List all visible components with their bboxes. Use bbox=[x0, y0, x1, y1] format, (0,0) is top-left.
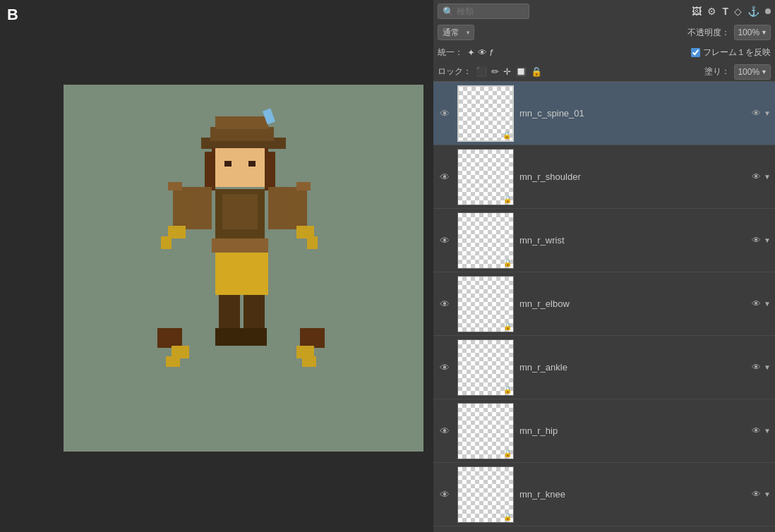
unify-icon2[interactable]: 👁 bbox=[478, 47, 487, 58]
layer-option-eye[interactable]: 👁 bbox=[752, 298, 761, 309]
layer-lock-icon: 🔒 bbox=[503, 131, 511, 139]
svg-rect-33 bbox=[302, 356, 316, 367]
blend-mode-wrapper: 通常 bbox=[438, 25, 474, 40]
opacity-label: 不透明度： bbox=[687, 27, 730, 39]
layer-option-chevron[interactable]: ▼ bbox=[764, 490, 771, 498]
right-panel: 🔍 🖼 ⚙ T ◇ ⚓ 通常 不透明度： 100% ▼ 統一： ✦ 👁 bbox=[433, 0, 775, 532]
fill-label: 塗り： bbox=[704, 66, 730, 78]
layer-name: mn_r_elbow bbox=[519, 298, 746, 309]
layer-options: 👁 ▼ bbox=[752, 298, 771, 309]
svg-rect-31 bbox=[300, 328, 325, 348]
layer-name: mn_r_hip bbox=[519, 425, 746, 436]
unify-label: 統一： bbox=[438, 47, 463, 59]
layer-option-eye[interactable]: 👁 bbox=[752, 489, 761, 500]
layer-row[interactable]: 👁 🔒 mn_r_hip 👁 ▼ bbox=[433, 399, 775, 463]
lock-icon4[interactable]: 🔲 bbox=[515, 66, 527, 77]
unify-icon3[interactable]: f bbox=[490, 47, 493, 58]
layer-option-eye[interactable]: 👁 bbox=[752, 108, 761, 119]
layer-option-eye[interactable]: 👁 bbox=[752, 425, 761, 436]
layer-options: 👁 ▼ bbox=[752, 171, 771, 182]
layer-row[interactable]: 👁 🔒 mn_r_elbow 👁 ▼ bbox=[433, 272, 775, 336]
frame-checkbox[interactable] bbox=[691, 48, 700, 57]
layer-row[interactable]: 👁 🔒 mn_r_knee 👁 ▼ bbox=[433, 463, 775, 526]
layer-options: 👁 ▼ bbox=[752, 489, 771, 500]
svg-rect-27 bbox=[307, 236, 318, 249]
search-box[interactable]: 🔍 bbox=[438, 4, 529, 19]
svg-rect-25 bbox=[161, 236, 172, 249]
left-panel: B bbox=[0, 0, 433, 532]
layer-lock-icon: 🔒 bbox=[503, 322, 512, 330]
toolbar-row1: 🔍 🖼 ⚙ T ◇ ⚓ bbox=[433, 0, 775, 23]
svg-rect-23 bbox=[289, 194, 304, 229]
lock-icon2[interactable]: ✏ bbox=[491, 66, 499, 77]
layer-visibility-icon[interactable]: 👁 bbox=[438, 298, 452, 310]
svg-rect-19 bbox=[244, 295, 265, 330]
fill-input-wrapper: 100% ▼ bbox=[734, 64, 771, 80]
svg-rect-6 bbox=[265, 152, 275, 191]
opacity-chevron: ▼ bbox=[761, 29, 767, 36]
search-input[interactable] bbox=[457, 6, 520, 16]
layer-lock-icon: 🔒 bbox=[503, 513, 512, 521]
lock-label: ロック： bbox=[438, 66, 471, 78]
layer-row[interactable]: 👁 🔒 mn_c_spine_01 👁 ▼ bbox=[433, 82, 775, 145]
unify-icon1[interactable]: ✦ bbox=[467, 47, 475, 58]
app-bold-b: B bbox=[7, 6, 18, 24]
layers-list[interactable]: 👁 🔒 mn_c_spine_01 👁 ▼ 👁 🔒 mn_r_shoulder … bbox=[433, 82, 775, 532]
layer-thumbnail: 🔒 bbox=[457, 212, 514, 269]
shape-icon[interactable]: ◇ bbox=[734, 6, 742, 17]
layer-option-eye[interactable]: 👁 bbox=[752, 235, 761, 246]
layer-lock-icon: 🔒 bbox=[503, 449, 512, 457]
svg-rect-13 bbox=[296, 182, 311, 191]
unify-icons: ✦ 👁 f bbox=[467, 47, 493, 58]
text-icon[interactable]: T bbox=[722, 6, 728, 17]
layer-visibility-icon[interactable]: 👁 bbox=[438, 171, 452, 183]
frame-label: フレーム１を反映 bbox=[703, 47, 771, 59]
layer-visibility-icon[interactable]: 👁 bbox=[438, 362, 452, 373]
layer-row[interactable]: 👁 🔒 mn_r_ankle 👁 ▼ bbox=[433, 336, 775, 399]
layer-lock-icon: 🔒 bbox=[503, 195, 512, 203]
blend-mode-dropdown[interactable]: 通常 bbox=[438, 25, 474, 40]
layer-name: mn_r_ankle bbox=[519, 362, 746, 373]
layer-options: 👁 ▼ bbox=[752, 108, 771, 119]
toolbar-row2: 通常 不透明度： 100% ▼ bbox=[433, 23, 775, 42]
svg-rect-17 bbox=[215, 253, 268, 295]
layer-option-chevron[interactable]: ▼ bbox=[764, 427, 771, 435]
fill-value[interactable]: 100% bbox=[738, 67, 759, 77]
layer-options: 👁 ▼ bbox=[752, 235, 771, 246]
svg-rect-9 bbox=[248, 161, 256, 167]
layer-name: mn_c_spine_01 bbox=[519, 108, 746, 119]
image-icon[interactable]: 🖼 bbox=[692, 6, 702, 17]
opacity-value[interactable]: 100% bbox=[738, 28, 759, 37]
layer-row[interactable]: 👁 🔒 mn_r_shoulder 👁 ▼ bbox=[433, 145, 775, 209]
layer-option-chevron[interactable]: ▼ bbox=[764, 300, 771, 308]
layer-thumbnail: 🔒 bbox=[457, 466, 514, 523]
layer-option-chevron[interactable]: ▼ bbox=[764, 109, 771, 117]
layer-options: 👁 ▼ bbox=[752, 425, 771, 436]
layer-visibility-icon[interactable]: 👁 bbox=[438, 489, 452, 500]
lock-icon5[interactable]: 🔒 bbox=[531, 66, 542, 77]
svg-rect-5 bbox=[205, 152, 215, 191]
layer-option-chevron[interactable]: ▼ bbox=[764, 173, 771, 181]
layer-option-eye[interactable]: 👁 bbox=[752, 362, 761, 373]
layer-visibility-icon[interactable]: 👁 bbox=[438, 108, 452, 119]
layer-thumbnail: 🔒 bbox=[457, 339, 514, 396]
layer-visibility-icon[interactable]: 👁 bbox=[438, 235, 452, 246]
svg-rect-7 bbox=[215, 148, 265, 187]
adjust-icon[interactable]: ⚙ bbox=[707, 6, 716, 17]
svg-rect-30 bbox=[166, 356, 180, 367]
lock-icon1[interactable]: ⬛ bbox=[476, 66, 487, 77]
lock-icons: ⬛ ✏ ✛ 🔲 🔒 bbox=[476, 66, 542, 77]
layer-visibility-icon[interactable]: 👁 bbox=[438, 425, 452, 437]
layer-option-eye[interactable]: 👁 bbox=[752, 171, 761, 182]
layer-lock-icon: 🔒 bbox=[503, 259, 512, 267]
layer-option-chevron[interactable]: ▼ bbox=[764, 236, 771, 244]
layer-row[interactable]: 👁 🔒 mn_r_wrist 👁 ▼ bbox=[433, 209, 775, 272]
layer-option-chevron[interactable]: ▼ bbox=[764, 363, 771, 371]
toolbar-icons: 🖼 ⚙ T ◇ ⚓ bbox=[692, 6, 771, 17]
svg-rect-20 bbox=[215, 328, 242, 346]
svg-rect-8 bbox=[224, 161, 232, 167]
opacity-input-wrapper: 100% ▼ bbox=[734, 25, 771, 40]
anchor-icon[interactable]: ⚓ bbox=[747, 6, 759, 17]
layer-thumbnail: 🔒 bbox=[457, 85, 514, 142]
lock-icon3[interactable]: ✛ bbox=[503, 66, 511, 77]
